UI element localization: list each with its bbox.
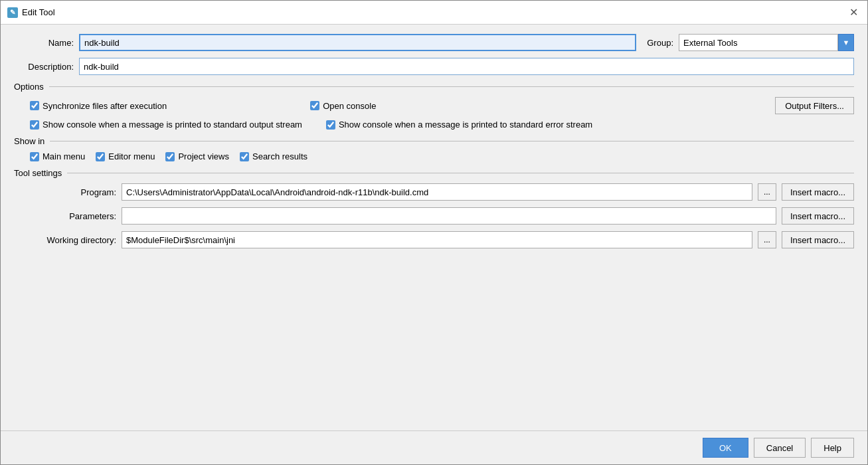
group-dropdown-button[interactable]: ▼ [838,34,854,51]
name-label: Name: [14,38,74,48]
working-dir-browse-button[interactable]: ... [758,231,776,248]
options-section-label: Options [14,82,49,92]
program-macro-button[interactable]: Insert macro... [782,183,854,201]
working-dir-macro-button[interactable]: Insert macro... [782,231,854,248]
program-browse-button[interactable]: ... [758,183,776,201]
main-menu-checkbox[interactable] [30,152,39,161]
bottom-bar: OK Cancel Help [1,430,867,464]
working-dir-label: Working directory: [30,235,116,245]
program-label: Program: [30,187,116,197]
name-input[interactable] [79,34,636,51]
showin-header: Show in [14,136,854,146]
show-console-print-label[interactable]: Show console when a message is printed t… [43,120,302,130]
open-console-checkbox[interactable] [310,101,319,110]
dialog-icon: ✎ [7,7,18,18]
ok-button[interactable]: OK [703,438,748,458]
sync-files-label[interactable]: Synchronize files after execution [43,101,167,111]
close-button[interactable]: ✕ [847,6,861,19]
editor-menu-item: Editor menu [96,151,155,161]
help-button[interactable]: Help [811,438,854,458]
edit-tool-dialog: ✎ Edit Tool ✕ Name: Group: ▼ Description… [0,0,868,465]
working-dir-input[interactable] [122,231,752,248]
group-label: Group: [647,38,673,48]
program-input[interactable] [122,183,752,201]
options-row-1: Synchronize files after execution Open c… [14,97,854,114]
toolsettings-header: Tool settings [14,168,854,178]
search-results-checkbox[interactable] [240,152,249,161]
description-row: Description: [14,58,854,75]
showin-row: Main menu Editor menu Project views Sear… [14,151,854,161]
toolsettings-section-label: Tool settings [14,168,67,178]
show-console-print-item: Show console when a message is printed t… [30,120,302,130]
parameters-input[interactable] [122,207,776,225]
sync-files-checkbox[interactable] [30,101,39,110]
output-filters-button[interactable]: Output Filters... [775,97,854,114]
showin-section: Show in Main menu Editor menu Project vi… [14,136,854,161]
dialog-title: Edit Tool [22,7,55,17]
show-console-error-item: Show console when a message is printed t… [326,120,592,130]
project-views-checkbox[interactable] [165,152,175,161]
parameters-label: Parameters: [30,211,116,221]
showin-divider [50,141,854,141]
cancel-button[interactable]: Cancel [754,438,806,458]
options-section: Options Synchronize files after executio… [14,82,854,130]
project-views-label[interactable]: Project views [178,151,229,161]
sync-files-item: Synchronize files after execution [30,101,167,111]
tool-settings-grid: Program: ... Insert macro... Parameters:… [14,183,854,248]
main-menu-item: Main menu [30,151,85,161]
showin-section-label: Show in [14,136,50,146]
open-console-item: Open console [310,101,376,111]
show-console-error-checkbox[interactable] [326,120,335,130]
working-dir-row: Working directory: ... Insert macro... [30,231,854,248]
description-label: Description: [14,62,74,72]
name-row: Name: Group: ▼ [14,34,854,51]
toolsettings-divider [67,173,854,173]
group-container: ▼ [679,34,854,51]
program-row: Program: ... Insert macro... [30,183,854,201]
options-header: Options [14,82,854,92]
show-console-print-checkbox[interactable] [30,120,39,130]
project-views-item: Project views [165,151,229,161]
dialog-content: Name: Group: ▼ Description: Options Sync… [1,25,867,430]
parameters-row: Parameters: Insert macro... [30,207,854,225]
title-bar-left: ✎ Edit Tool [7,7,55,18]
main-menu-label[interactable]: Main menu [43,151,85,161]
tool-settings-section: Tool settings Program: ... Insert macro.… [14,168,854,248]
options-row-2: Show console when a message is printed t… [14,120,854,130]
search-results-label[interactable]: Search results [252,151,307,161]
title-bar: ✎ Edit Tool ✕ [1,1,867,25]
options-divider [49,86,854,87]
editor-menu-checkbox[interactable] [96,152,105,161]
description-input[interactable] [79,58,854,75]
group-input[interactable] [679,34,838,51]
editor-menu-label[interactable]: Editor menu [108,151,155,161]
open-console-label[interactable]: Open console [323,101,376,111]
parameters-macro-button[interactable]: Insert macro... [782,207,854,225]
search-results-item: Search results [240,151,307,161]
show-console-error-label[interactable]: Show console when a message is printed t… [339,120,592,130]
